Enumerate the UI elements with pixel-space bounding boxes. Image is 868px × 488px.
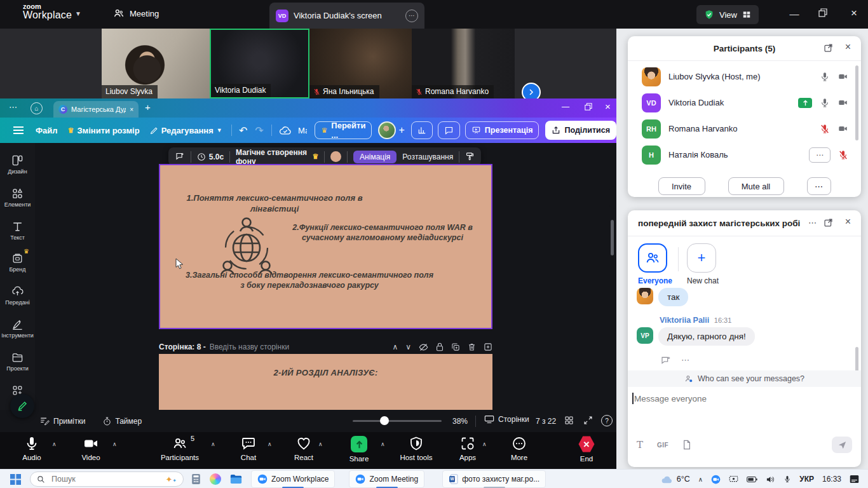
fullscreen-icon[interactable] <box>583 416 593 425</box>
copilot-icon[interactable] <box>210 473 221 485</box>
close-icon[interactable]: × <box>845 216 851 227</box>
gif-icon[interactable]: GIF <box>657 442 668 449</box>
tray-expand-chevron[interactable]: ∧ <box>698 476 703 483</box>
comment-add-icon[interactable] <box>175 152 185 161</box>
taskbar-app-zoom-meeting[interactable]: Zoom Meeting <box>349 470 424 488</box>
restore-button[interactable] <box>818 8 827 17</box>
screen-cast-icon[interactable] <box>729 475 738 484</box>
chat-button[interactable]: Chat <box>222 436 275 461</box>
reply-icon[interactable] <box>661 356 671 365</box>
camera-icon[interactable] <box>837 98 848 107</box>
account-avatar[interactable] <box>378 121 396 139</box>
minimize-button[interactable]: — <box>787 8 802 19</box>
video-tile-viktoria-active-speaker[interactable]: Viktoria Dudiak <box>210 29 309 98</box>
mic-icon[interactable] <box>820 98 830 108</box>
invite-button[interactable]: Invite <box>658 177 705 195</box>
share-screen-button[interactable]: Share <box>332 436 386 463</box>
mic-off-icon[interactable] <box>820 124 830 134</box>
battery-icon[interactable] <box>747 476 757 483</box>
redo-icon[interactable]: ↷ <box>255 125 263 137</box>
camera-icon[interactable] <box>837 72 848 81</box>
participants-button[interactable]: 5 Participants <box>153 436 207 461</box>
page-name-input[interactable]: Введіть назву сторінки <box>210 342 289 351</box>
sidebar-item-design[interactable]: Дизайн <box>0 154 35 175</box>
sidebar-item-projects[interactable]: Проекти <box>0 351 35 372</box>
video-options-chevron[interactable]: ∧ <box>112 441 117 447</box>
sidebar-item-brand[interactable]: ♛ Бренд <box>0 252 35 273</box>
workspace-chevron-icon[interactable]: ▼ <box>75 10 81 17</box>
move-page-down-icon[interactable]: ∨ <box>405 342 411 351</box>
apps-options-chevron[interactable]: ∧ <box>482 441 487 447</box>
comments-button[interactable] <box>438 121 460 139</box>
start-button[interactable] <box>10 474 21 485</box>
message-input[interactable] <box>633 393 851 404</box>
menu-editing[interactable]: Редагування▼ <box>150 126 222 135</box>
video-tile-liubov[interactable]: Liubov Slyvka <box>102 29 210 98</box>
mute-all-button[interactable]: Mute all <box>728 177 784 195</box>
tab-screen-share[interactable]: VD Viktoria Dudiak's screen ⋯ <box>269 3 424 29</box>
grid-view-icon[interactable] <box>564 416 574 425</box>
attach-file-icon[interactable] <box>682 440 691 450</box>
help-icon[interactable]: ? <box>601 415 613 426</box>
canva-close-icon[interactable]: × <box>605 101 611 112</box>
tab-options-icon[interactable]: ⋯ <box>405 10 418 22</box>
search-input[interactable] <box>50 474 160 484</box>
chat-more-icon[interactable]: ⋯ <box>808 218 817 227</box>
participant-row[interactable]: H Наталія Коваль ⋯ <box>628 142 861 168</box>
share-options-chevron[interactable]: ∧ <box>381 441 385 447</box>
duration-control[interactable]: 5.0с <box>197 152 224 161</box>
more-button[interactable]: More <box>492 436 546 461</box>
chat-message[interactable]: VP Дякую, гарного дня! <box>637 327 755 346</box>
participants-more-options-button[interactable]: ⋯ <box>807 177 831 195</box>
sidebar-item-uploads[interactable]: Передані <box>0 285 35 306</box>
close-tab-icon[interactable]: × <box>130 106 133 113</box>
background-color-swatch[interactable] <box>330 151 341 162</box>
privacy-notice[interactable]: Who can see your messages? <box>628 370 861 387</box>
canva-restore-icon[interactable] <box>585 103 592 111</box>
chat-options-chevron[interactable]: ∧ <box>268 441 272 447</box>
react-options-chevron[interactable]: ∧ <box>318 441 323 447</box>
apps-button[interactable]: Apps <box>441 436 494 461</box>
audio-options-chevron[interactable]: ∧ <box>52 441 57 447</box>
close-button[interactable]: × <box>846 7 862 20</box>
view-button[interactable]: View <box>696 5 759 24</box>
participants-scrollbar[interactable] <box>855 65 858 140</box>
new-chat-button[interactable]: + New chat <box>687 243 719 285</box>
language-indicator[interactable]: УКР <box>799 475 814 484</box>
pages-view-button[interactable]: Сторінки <box>484 415 529 424</box>
weather-widget[interactable]: 6°C <box>661 475 690 484</box>
browser-menu-icon[interactable]: ⋯ <box>9 102 17 112</box>
slide-page-9[interactable]: 2-ИЙ РОЗДІЛ АНАЛІЗУЄ: <box>159 354 492 410</box>
slide-point-1[interactable]: 1.Поняття лексико-семантичного поля в лі… <box>166 193 383 215</box>
pop-out-icon[interactable] <box>824 218 833 227</box>
new-tab-icon[interactable]: + <box>145 102 151 112</box>
taskbar-app-zoom-workplace[interactable]: Zoom Workplace <box>251 470 335 488</box>
add-page-icon[interactable] <box>484 342 492 351</box>
taskbar-search[interactable]: ✦✦ <box>30 471 184 487</box>
host-tools-button[interactable]: Host tools <box>390 436 443 461</box>
participant-more-button[interactable]: ⋯ <box>809 147 831 163</box>
send-button[interactable] <box>832 437 852 453</box>
video-tile-romana[interactable]: Romana Harvanko <box>412 29 515 98</box>
canvas-scrollbar[interactable] <box>611 220 614 255</box>
sidebar-item-tools[interactable]: Інструменти <box>0 318 35 339</box>
insights-button[interactable] <box>411 121 433 139</box>
slide-page-8[interactable]: 1.Поняття лексико-семантичного поля в лі… <box>159 164 492 329</box>
sidebar-item-elements[interactable]: Елементи <box>0 187 35 208</box>
duplicate-page-icon[interactable] <box>451 342 460 351</box>
undo-icon[interactable]: ↶ <box>239 125 247 137</box>
tray-mic-icon[interactable] <box>783 475 791 484</box>
canva-document-tab[interactable]: C Магістерська Дуд... × <box>53 101 139 118</box>
share-button[interactable]: Поділитися <box>545 121 616 140</box>
globe-people-icon[interactable] <box>216 215 277 278</box>
participants-options-chevron[interactable]: ∧ <box>211 441 215 447</box>
speaker-icon[interactable] <box>766 475 775 484</box>
mic-icon[interactable] <box>820 72 830 82</box>
delete-page-icon[interactable] <box>468 342 476 351</box>
add-member-icon[interactable]: + <box>398 125 404 136</box>
panel-collapse-handle[interactable] <box>609 186 616 209</box>
zoom-slider-track[interactable] <box>353 420 442 422</box>
slide-point-2[interactable]: 2.Функції лексико-семантичного поля WAR … <box>284 222 481 243</box>
video-button[interactable]: Video <box>64 436 118 461</box>
upgrade-button[interactable]: ♛ Перейти ... <box>315 121 372 139</box>
